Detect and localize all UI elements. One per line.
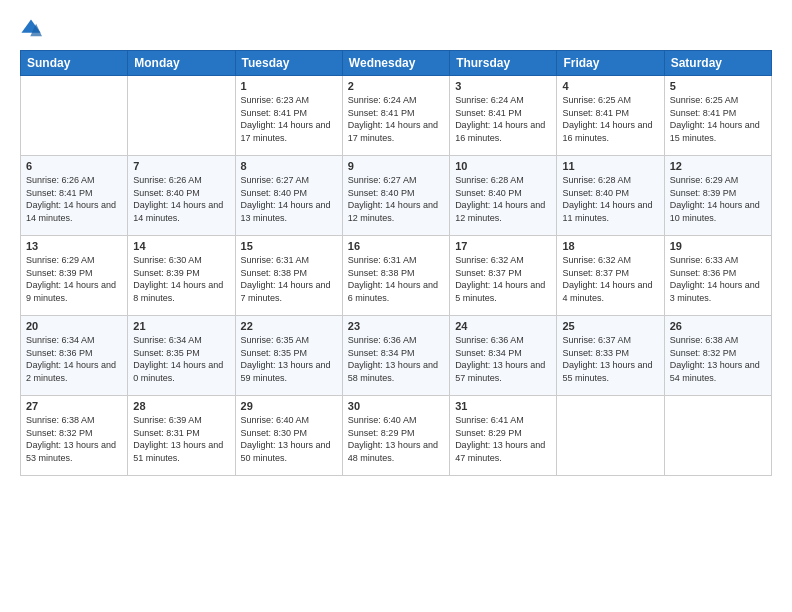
calendar-cell: 15Sunrise: 6:31 AMSunset: 8:38 PMDayligh…: [235, 236, 342, 316]
day-number: 15: [241, 240, 337, 252]
day-number: 11: [562, 160, 658, 172]
day-info: Sunrise: 6:26 AMSunset: 8:40 PMDaylight:…: [133, 174, 229, 224]
calendar-week: 20Sunrise: 6:34 AMSunset: 8:36 PMDayligh…: [21, 316, 772, 396]
calendar-cell: 13Sunrise: 6:29 AMSunset: 8:39 PMDayligh…: [21, 236, 128, 316]
day-number: 19: [670, 240, 766, 252]
calendar-cell: [557, 396, 664, 476]
day-info: Sunrise: 6:38 AMSunset: 8:32 PMDaylight:…: [670, 334, 766, 384]
calendar-cell: [664, 396, 771, 476]
dow-header: Thursday: [450, 51, 557, 76]
day-info: Sunrise: 6:29 AMSunset: 8:39 PMDaylight:…: [670, 174, 766, 224]
calendar-cell: 5Sunrise: 6:25 AMSunset: 8:41 PMDaylight…: [664, 76, 771, 156]
day-number: 27: [26, 400, 122, 412]
calendar-cell: 28Sunrise: 6:39 AMSunset: 8:31 PMDayligh…: [128, 396, 235, 476]
logo-icon: [20, 18, 42, 40]
calendar-cell: 18Sunrise: 6:32 AMSunset: 8:37 PMDayligh…: [557, 236, 664, 316]
day-info: Sunrise: 6:31 AMSunset: 8:38 PMDaylight:…: [348, 254, 444, 304]
day-info: Sunrise: 6:30 AMSunset: 8:39 PMDaylight:…: [133, 254, 229, 304]
day-number: 8: [241, 160, 337, 172]
calendar-cell: 3Sunrise: 6:24 AMSunset: 8:41 PMDaylight…: [450, 76, 557, 156]
day-info: Sunrise: 6:25 AMSunset: 8:41 PMDaylight:…: [562, 94, 658, 144]
calendar-cell: 2Sunrise: 6:24 AMSunset: 8:41 PMDaylight…: [342, 76, 449, 156]
calendar-cell: 10Sunrise: 6:28 AMSunset: 8:40 PMDayligh…: [450, 156, 557, 236]
day-info: Sunrise: 6:26 AMSunset: 8:41 PMDaylight:…: [26, 174, 122, 224]
days-of-week-row: SundayMondayTuesdayWednesdayThursdayFrid…: [21, 51, 772, 76]
calendar-cell: 21Sunrise: 6:34 AMSunset: 8:35 PMDayligh…: [128, 316, 235, 396]
day-number: 23: [348, 320, 444, 332]
calendar-cell: 1Sunrise: 6:23 AMSunset: 8:41 PMDaylight…: [235, 76, 342, 156]
day-number: 22: [241, 320, 337, 332]
day-info: Sunrise: 6:29 AMSunset: 8:39 PMDaylight:…: [26, 254, 122, 304]
calendar-cell: 4Sunrise: 6:25 AMSunset: 8:41 PMDaylight…: [557, 76, 664, 156]
calendar-cell: 17Sunrise: 6:32 AMSunset: 8:37 PMDayligh…: [450, 236, 557, 316]
day-number: 5: [670, 80, 766, 92]
day-info: Sunrise: 6:40 AMSunset: 8:30 PMDaylight:…: [241, 414, 337, 464]
day-number: 25: [562, 320, 658, 332]
day-info: Sunrise: 6:31 AMSunset: 8:38 PMDaylight:…: [241, 254, 337, 304]
calendar-week: 27Sunrise: 6:38 AMSunset: 8:32 PMDayligh…: [21, 396, 772, 476]
calendar-cell: 24Sunrise: 6:36 AMSunset: 8:34 PMDayligh…: [450, 316, 557, 396]
calendar-cell: 23Sunrise: 6:36 AMSunset: 8:34 PMDayligh…: [342, 316, 449, 396]
day-number: 3: [455, 80, 551, 92]
calendar-cell: 20Sunrise: 6:34 AMSunset: 8:36 PMDayligh…: [21, 316, 128, 396]
day-number: 14: [133, 240, 229, 252]
calendar-week: 13Sunrise: 6:29 AMSunset: 8:39 PMDayligh…: [21, 236, 772, 316]
day-info: Sunrise: 6:35 AMSunset: 8:35 PMDaylight:…: [241, 334, 337, 384]
day-number: 18: [562, 240, 658, 252]
dow-header: Saturday: [664, 51, 771, 76]
day-info: Sunrise: 6:34 AMSunset: 8:35 PMDaylight:…: [133, 334, 229, 384]
dow-header: Sunday: [21, 51, 128, 76]
day-number: 13: [26, 240, 122, 252]
dow-header: Friday: [557, 51, 664, 76]
calendar-cell: [128, 76, 235, 156]
day-info: Sunrise: 6:39 AMSunset: 8:31 PMDaylight:…: [133, 414, 229, 464]
calendar-cell: 12Sunrise: 6:29 AMSunset: 8:39 PMDayligh…: [664, 156, 771, 236]
calendar-cell: 22Sunrise: 6:35 AMSunset: 8:35 PMDayligh…: [235, 316, 342, 396]
day-info: Sunrise: 6:24 AMSunset: 8:41 PMDaylight:…: [455, 94, 551, 144]
day-number: 30: [348, 400, 444, 412]
day-number: 2: [348, 80, 444, 92]
day-number: 7: [133, 160, 229, 172]
calendar-cell: 30Sunrise: 6:40 AMSunset: 8:29 PMDayligh…: [342, 396, 449, 476]
calendar-cell: 8Sunrise: 6:27 AMSunset: 8:40 PMDaylight…: [235, 156, 342, 236]
calendar-cell: 31Sunrise: 6:41 AMSunset: 8:29 PMDayligh…: [450, 396, 557, 476]
day-number: 10: [455, 160, 551, 172]
day-number: 26: [670, 320, 766, 332]
day-number: 12: [670, 160, 766, 172]
day-info: Sunrise: 6:33 AMSunset: 8:36 PMDaylight:…: [670, 254, 766, 304]
day-info: Sunrise: 6:37 AMSunset: 8:33 PMDaylight:…: [562, 334, 658, 384]
day-info: Sunrise: 6:40 AMSunset: 8:29 PMDaylight:…: [348, 414, 444, 464]
day-number: 17: [455, 240, 551, 252]
day-number: 24: [455, 320, 551, 332]
calendar-cell: 19Sunrise: 6:33 AMSunset: 8:36 PMDayligh…: [664, 236, 771, 316]
day-info: Sunrise: 6:28 AMSunset: 8:40 PMDaylight:…: [562, 174, 658, 224]
calendar-cell: 14Sunrise: 6:30 AMSunset: 8:39 PMDayligh…: [128, 236, 235, 316]
day-info: Sunrise: 6:32 AMSunset: 8:37 PMDaylight:…: [562, 254, 658, 304]
day-number: 6: [26, 160, 122, 172]
day-info: Sunrise: 6:27 AMSunset: 8:40 PMDaylight:…: [348, 174, 444, 224]
day-info: Sunrise: 6:36 AMSunset: 8:34 PMDaylight:…: [348, 334, 444, 384]
day-number: 16: [348, 240, 444, 252]
day-info: Sunrise: 6:24 AMSunset: 8:41 PMDaylight:…: [348, 94, 444, 144]
logo: [20, 18, 45, 40]
day-info: Sunrise: 6:32 AMSunset: 8:37 PMDaylight:…: [455, 254, 551, 304]
calendar-cell: 26Sunrise: 6:38 AMSunset: 8:32 PMDayligh…: [664, 316, 771, 396]
day-info: Sunrise: 6:38 AMSunset: 8:32 PMDaylight:…: [26, 414, 122, 464]
day-info: Sunrise: 6:23 AMSunset: 8:41 PMDaylight:…: [241, 94, 337, 144]
dow-header: Monday: [128, 51, 235, 76]
day-number: 4: [562, 80, 658, 92]
day-number: 21: [133, 320, 229, 332]
calendar-cell: 16Sunrise: 6:31 AMSunset: 8:38 PMDayligh…: [342, 236, 449, 316]
day-info: Sunrise: 6:27 AMSunset: 8:40 PMDaylight:…: [241, 174, 337, 224]
calendar-cell: 7Sunrise: 6:26 AMSunset: 8:40 PMDaylight…: [128, 156, 235, 236]
calendar-cell: 6Sunrise: 6:26 AMSunset: 8:41 PMDaylight…: [21, 156, 128, 236]
day-info: Sunrise: 6:28 AMSunset: 8:40 PMDaylight:…: [455, 174, 551, 224]
calendar-cell: 29Sunrise: 6:40 AMSunset: 8:30 PMDayligh…: [235, 396, 342, 476]
calendar-week: 1Sunrise: 6:23 AMSunset: 8:41 PMDaylight…: [21, 76, 772, 156]
calendar-cell: 25Sunrise: 6:37 AMSunset: 8:33 PMDayligh…: [557, 316, 664, 396]
calendar-body: 1Sunrise: 6:23 AMSunset: 8:41 PMDaylight…: [21, 76, 772, 476]
calendar-week: 6Sunrise: 6:26 AMSunset: 8:41 PMDaylight…: [21, 156, 772, 236]
day-number: 9: [348, 160, 444, 172]
day-number: 29: [241, 400, 337, 412]
calendar-cell: 11Sunrise: 6:28 AMSunset: 8:40 PMDayligh…: [557, 156, 664, 236]
